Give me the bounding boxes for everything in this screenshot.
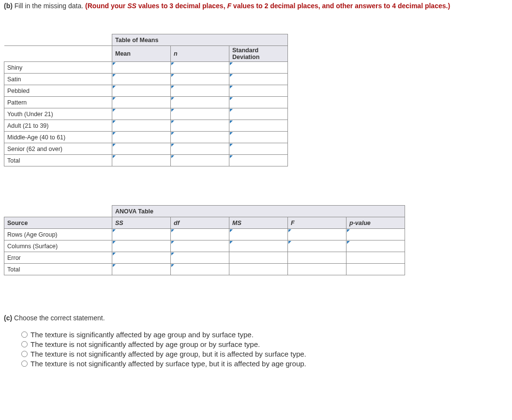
value-input[interactable] [112, 109, 170, 119]
value-input[interactable] [229, 86, 287, 95]
input-cell[interactable] [171, 155, 229, 166]
radio-option[interactable]: The texture is not significantly affecte… [21, 350, 508, 358]
input-cell[interactable] [112, 240, 171, 252]
input-cell[interactable] [171, 229, 229, 240]
input-cell[interactable] [171, 264, 229, 275]
value-input[interactable] [171, 63, 229, 72]
value-input[interactable] [171, 109, 229, 119]
input-cell[interactable] [112, 120, 171, 132]
input-cell[interactable] [171, 252, 229, 264]
input-cell[interactable] [171, 132, 229, 143]
value-input[interactable] [171, 241, 229, 251]
col-pvalue: p-value [346, 217, 405, 229]
input-cell[interactable] [112, 264, 171, 275]
input-cell[interactable] [171, 74, 229, 85]
row-label: Middle-Age (40 to 61) [4, 132, 112, 143]
input-cell[interactable] [346, 229, 405, 240]
value-input[interactable] [112, 230, 170, 239]
radio-option[interactable]: The texture is not significantly affecte… [21, 340, 508, 348]
value-input[interactable] [171, 230, 229, 239]
input-cell[interactable] [112, 85, 171, 97]
col-df: df [171, 217, 229, 229]
value-input[interactable] [112, 253, 170, 262]
value-input[interactable] [229, 241, 287, 251]
input-cell[interactable] [171, 108, 229, 120]
radio-option[interactable]: The texture is significantly affected by… [21, 330, 508, 339]
row-label: Rows (Age Group) [4, 229, 112, 240]
value-input[interactable] [229, 98, 287, 107]
input-cell[interactable] [229, 74, 288, 85]
value-input[interactable] [112, 121, 170, 130]
part-b-prompt: (b) Fill in the missing data. (Round you… [4, 2, 508, 10]
value-input[interactable] [171, 86, 229, 95]
value-input[interactable] [229, 63, 287, 72]
value-input[interactable] [171, 144, 229, 153]
input-cell[interactable] [171, 120, 229, 132]
value-input[interactable] [346, 241, 405, 251]
value-input[interactable] [229, 144, 287, 153]
value-input[interactable] [229, 133, 287, 142]
input-cell[interactable] [112, 252, 171, 264]
input-cell[interactable] [112, 74, 171, 85]
input-cell[interactable] [112, 229, 171, 240]
value-input[interactable] [171, 133, 229, 142]
blank-cell [346, 264, 405, 275]
input-cell[interactable] [229, 62, 288, 74]
value-input[interactable] [112, 265, 170, 274]
input-cell[interactable] [171, 143, 229, 155]
input-cell[interactable] [112, 132, 171, 143]
radio-input[interactable] [21, 341, 28, 347]
value-input[interactable] [171, 98, 229, 107]
input-cell[interactable] [288, 229, 346, 240]
row-label: Pebbled [4, 85, 112, 97]
value-input[interactable] [112, 75, 170, 84]
value-input[interactable] [288, 241, 346, 251]
input-cell[interactable] [229, 229, 288, 240]
value-input[interactable] [171, 156, 229, 165]
input-cell[interactable] [112, 108, 171, 120]
input-cell[interactable] [112, 155, 171, 166]
radio-input[interactable] [21, 360, 28, 367]
input-cell[interactable] [288, 240, 346, 252]
value-input[interactable] [112, 156, 170, 165]
input-cell[interactable] [229, 85, 288, 97]
input-cell[interactable] [171, 85, 229, 97]
row-label: Pattern [4, 97, 112, 108]
value-input[interactable] [112, 144, 170, 153]
radio-option[interactable]: The texture is not significantly affecte… [21, 360, 508, 368]
value-input[interactable] [171, 75, 229, 84]
input-cell[interactable] [112, 143, 171, 155]
value-input[interactable] [171, 265, 229, 274]
value-input[interactable] [229, 230, 287, 239]
input-cell[interactable] [229, 240, 288, 252]
radio-input[interactable] [21, 331, 28, 338]
col-f: F [288, 217, 346, 229]
blank-cell [288, 264, 346, 275]
value-input[interactable] [112, 63, 170, 72]
input-cell[interactable] [112, 62, 171, 74]
input-cell[interactable] [229, 120, 288, 132]
input-cell[interactable] [112, 97, 171, 108]
value-input[interactable] [112, 98, 170, 107]
value-input[interactable] [171, 121, 229, 130]
input-cell[interactable] [229, 155, 288, 166]
value-input[interactable] [229, 109, 287, 119]
value-input[interactable] [229, 75, 287, 84]
input-cell[interactable] [229, 132, 288, 143]
input-cell[interactable] [171, 62, 229, 74]
value-input[interactable] [112, 86, 170, 95]
value-input[interactable] [171, 253, 229, 262]
value-input[interactable] [346, 230, 405, 239]
input-cell[interactable] [346, 240, 405, 252]
value-input[interactable] [112, 241, 170, 251]
input-cell[interactable] [229, 97, 288, 108]
value-input[interactable] [229, 121, 287, 130]
value-input[interactable] [112, 133, 170, 142]
input-cell[interactable] [171, 240, 229, 252]
input-cell[interactable] [229, 143, 288, 155]
radio-input[interactable] [21, 351, 28, 357]
input-cell[interactable] [171, 97, 229, 108]
value-input[interactable] [229, 156, 287, 165]
input-cell[interactable] [229, 108, 288, 120]
value-input[interactable] [288, 230, 346, 239]
